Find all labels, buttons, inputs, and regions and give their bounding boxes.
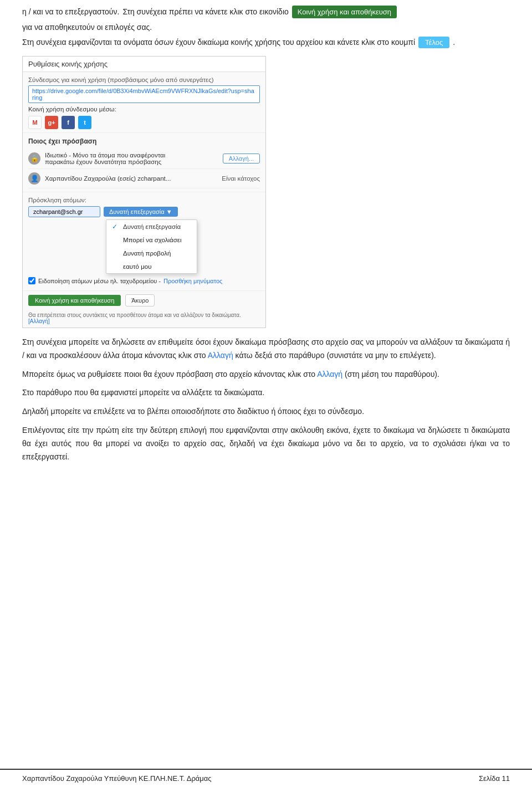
telos-button[interactable]: Τέλος xyxy=(418,37,449,48)
page-footer: Χαρπαντίδου Ζαχαρούλα Υπεύθυνη ΚΕ.ΠΛΗ.ΝΕ… xyxy=(0,769,532,787)
bottom-buttons-section: Κοινή χρήση και αποθήκευση Άκυρο xyxy=(23,291,265,310)
paragraph-4: Δηλαδή μπορείτε να επιλέξετε να το βλέπε… xyxy=(22,405,510,418)
allagi-link-1[interactable]: Αλλαγή xyxy=(208,351,233,360)
footer-right: Σελίδα 11 xyxy=(479,774,510,783)
gplus-icon[interactable]: g+ xyxy=(45,116,58,129)
user-icon: 👤 xyxy=(28,172,40,185)
access-title: Ποιος έχει πρόσβαση xyxy=(28,137,260,145)
sentence2-start: Στη συνέχεια εμφανίζονται τα ονόματα όσω… xyxy=(22,37,415,48)
private-text: Ιδιωτικό - Μόνο τα άτομα που αναφέρονται… xyxy=(45,152,218,165)
chevron-down-icon: ▼ xyxy=(166,208,172,215)
owner-status: Είναι κάτοχος xyxy=(222,175,260,182)
dropdown-overlay: ✓ Δυνατή επεξεργασία ✓ Μπορεί να σχολιάσ… xyxy=(106,219,260,274)
notify-text: Ειδοποίηση ατόμων μέσω ηλ. ταχυδρομείου … xyxy=(38,278,161,284)
link-section: Σύνδεσμος για κοινή χρήση (προσβάσιμος μ… xyxy=(23,72,265,133)
dropdown-menu: ✓ Δυνατή επεξεργασία ✓ Μπορεί να σχολιάσ… xyxy=(106,219,197,274)
paragraph-5: Επιλέγοντας είτε την πρώτη είτε την δεύτ… xyxy=(22,424,510,463)
footer-note: Θα επιτρέπεται στους συντάκτες να προσθέ… xyxy=(23,310,265,328)
dropdown-item-self[interactable]: ✓ εαυτό μου xyxy=(106,260,197,273)
owner-row: 👤 Χαρπαντίδου Ζαχαρούλα (εσείς) zcharpan… xyxy=(28,169,260,188)
dropdown-item-view[interactable]: ✓ Δυνατή προβολή xyxy=(106,247,197,260)
share-via-label: Κοινή χρήση σύνδεσμου μέσω: xyxy=(28,106,260,113)
sentence1-end: για να αποθηκευτούν οι επιλογές σας. xyxy=(22,22,152,33)
footer-allagi-link[interactable]: [Αλλαγή] xyxy=(28,318,49,324)
allagi-button-1[interactable]: Αλλαγή... xyxy=(223,154,260,163)
screenshot-title: Ρυθμίσεις κοινής χρήσης xyxy=(23,57,265,72)
sentence1-start: Στη συνέχεια πρέπει να κάνετε κλικ στο ε… xyxy=(122,6,288,18)
invite-input[interactable] xyxy=(28,206,100,217)
link-label: Σύνδεσμος για κοινή χρήση (προσβάσιμος μ… xyxy=(28,76,260,83)
permission-dropdown[interactable]: Δυνατή επεξεργασία ▼ xyxy=(104,207,178,217)
share-icons: M g+ f t xyxy=(28,116,260,129)
notify-checkbox[interactable] xyxy=(28,277,35,284)
page-content: η / και να το επεξεργαστούν. Στη συνέχει… xyxy=(0,0,532,513)
paragraph-2: Μπορείτε όμως να ρυθμίσετε ποιοι θα έχου… xyxy=(22,368,510,381)
share-save-icon-btn[interactable]: Κοινή χρήση και αποθήκευση xyxy=(292,6,397,18)
top-section: η / και να το επεξεργαστούν. Στη συνέχει… xyxy=(22,6,510,48)
invite-row: Δυνατή επεξεργασία ▼ xyxy=(28,206,260,217)
access-section: Ποιος έχει πρόσβαση 🔒 Ιδιωτικό - Μόνο τα… xyxy=(23,133,265,192)
lock-icon: 🔒 xyxy=(28,152,40,165)
invite-section: Πρόσκληση ατόμων: Δυνατή επεξεργασία ▼ ✓… xyxy=(23,192,265,291)
gmail-icon[interactable]: M xyxy=(28,116,42,129)
share-url[interactable]: https://drive.google.com/file/d/0B3Xi4mb… xyxy=(28,85,260,103)
owner-name: Χαρπαντίδου Ζαχαρούλα (εσείς) zcharpant.… xyxy=(45,175,217,182)
cancel-button[interactable]: Άκυρο xyxy=(125,294,155,306)
notify-row: Ειδοποίηση ατόμων μέσω ηλ. ταχυδρομείου … xyxy=(28,277,260,284)
share-save-button[interactable]: Κοινή χρήση και αποθήκευση xyxy=(28,295,121,306)
facebook-icon[interactable]: f xyxy=(62,116,75,129)
invite-label: Πρόσκληση ατόμων: xyxy=(28,197,260,203)
dropdown-self-text: εαυτό μου xyxy=(123,263,152,270)
dropdown-item-edit[interactable]: ✓ Δυνατή επεξεργασία xyxy=(106,220,197,233)
twitter-icon[interactable]: t xyxy=(78,116,91,129)
screenshot-box: Ρυθμίσεις κοινής χρήσης Σύνδεσμος για κο… xyxy=(22,56,266,328)
paragraph-3: Στο παράθυρο που θα εμφανιστεί μπορείτε … xyxy=(22,386,510,400)
footer-left: Χαρπαντίδου Ζαχαρούλα Υπεύθυνη ΚΕ.ΠΛΗ.ΝΕ… xyxy=(22,774,212,783)
add-message-link[interactable]: Προσθήκη μηνύματος xyxy=(163,278,222,284)
dropdown-item-comment[interactable]: ✓ Μπορεί να σχολιάσει xyxy=(106,233,197,247)
paragraph-1: Στη συνέχεια μπορείτε να δηλώσετε αν επι… xyxy=(22,336,510,362)
checkmark-edit: ✓ xyxy=(112,223,120,231)
period: . xyxy=(453,37,455,48)
allagi-link-2[interactable]: Αλλαγή xyxy=(317,370,342,379)
pre-text: η / και να το επεξεργαστούν. xyxy=(22,6,119,18)
private-access-row: 🔒 Ιδιωτικό - Μόνο τα άτομα που αναφέροντ… xyxy=(28,149,260,169)
